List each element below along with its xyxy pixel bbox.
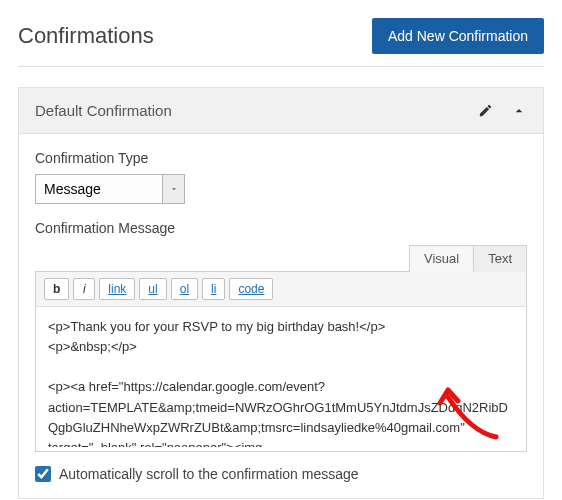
tool-link[interactable]: link: [99, 278, 135, 300]
tab-text[interactable]: Text: [473, 245, 527, 272]
confirmation-message-label: Confirmation Message: [35, 220, 527, 236]
panel-body: Confirmation Type Message Confirmation M…: [19, 134, 543, 498]
confirmation-type-label: Confirmation Type: [35, 150, 527, 166]
editor-tabs: Visual Text: [35, 244, 527, 271]
chevron-up-icon[interactable]: [511, 103, 527, 119]
editor-toolbar: b i link ul ol li code: [36, 272, 526, 307]
confirmation-type-select[interactable]: Message: [35, 174, 185, 204]
page-title: Confirmations: [18, 23, 154, 49]
auto-scroll-label: Automatically scroll to the confirmation…: [59, 466, 359, 482]
edit-icon[interactable]: [478, 103, 493, 118]
tool-li[interactable]: li: [202, 278, 225, 300]
editor-box: b i link ul ol li code: [35, 271, 527, 452]
confirmation-panel: Default Confirmation Confirmation Type M…: [18, 87, 544, 499]
panel-title: Default Confirmation: [35, 102, 172, 119]
page-header: Confirmations Add New Confirmation: [18, 18, 544, 67]
tool-code[interactable]: code: [229, 278, 273, 300]
tab-visual[interactable]: Visual: [409, 245, 474, 272]
confirmation-type-select-wrap: Message: [35, 174, 185, 204]
panel-actions: [478, 103, 527, 119]
auto-scroll-row[interactable]: Automatically scroll to the confirmation…: [35, 466, 527, 482]
auto-scroll-checkbox[interactable]: [35, 466, 51, 482]
tool-ol[interactable]: ol: [171, 278, 198, 300]
textarea-wrap: [36, 307, 526, 451]
tool-ul[interactable]: ul: [139, 278, 166, 300]
tool-italic[interactable]: i: [73, 278, 95, 300]
panel-header: Default Confirmation: [19, 88, 543, 134]
confirmation-message-textarea[interactable]: [36, 307, 526, 447]
add-confirmation-button[interactable]: Add New Confirmation: [372, 18, 544, 54]
tool-bold[interactable]: b: [44, 278, 69, 300]
